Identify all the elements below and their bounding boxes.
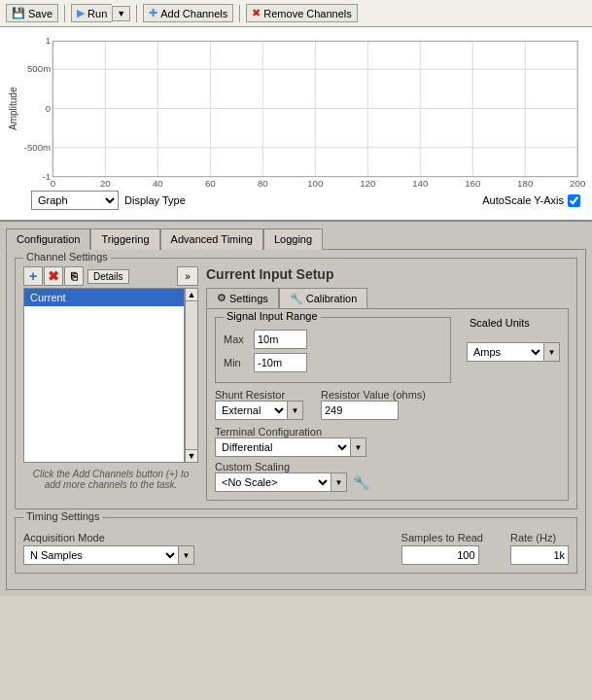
svg-text:60: 60 <box>205 178 216 187</box>
tab-advanced-timing[interactable]: Advanced Timing <box>160 228 263 250</box>
run-label: Run <box>87 8 107 19</box>
acquisition-mode-select-wrapper: N Samples Continuous Finite ▼ <box>23 545 194 565</box>
scroll-up-btn[interactable]: ▲ <box>185 288 198 301</box>
custom-scaling-select[interactable]: <No Scale> <box>215 472 331 492</box>
channel-settings-title: Channel Settings <box>23 251 111 262</box>
scroll-down-btn[interactable]: ▼ <box>185 449 198 463</box>
run-dropdown-arrow[interactable]: ▼ <box>112 6 130 21</box>
samples-to-read-input[interactable] <box>401 545 479 565</box>
add-icon: ✚ <box>149 7 157 19</box>
shunt-resistor-row: Shunt Resistor External Internal ▼ <box>215 389 560 420</box>
timing-settings-title: Timing Settings <box>23 510 102 522</box>
save-icon: 💾 <box>12 7 25 19</box>
scroll-track <box>185 301 198 449</box>
list-item[interactable]: Current <box>24 289 184 306</box>
channel-hint: Click the Add Channels button (+) to add… <box>23 469 198 490</box>
scaled-units-select[interactable]: Amps mAmps <box>467 342 544 362</box>
channel-list-panel: + ✖ ⎘ Details » Current ▲ <box>23 266 198 501</box>
calibration-icon: 🔧 <box>290 293 303 305</box>
display-type-label: Display Type <box>124 194 186 206</box>
shunt-label: Shunt Resistor <box>215 389 303 401</box>
terminal-config-label: Terminal Configuration <box>215 426 560 438</box>
svg-text:40: 40 <box>153 178 163 187</box>
svg-text:180: 180 <box>517 178 533 187</box>
resistor-label: Resistor Value (ohms) <box>321 389 426 401</box>
scaled-units-label: Scaled Units <box>467 317 560 329</box>
timing-row: Acquisition Mode N Samples Continuous Fi… <box>23 532 569 565</box>
custom-scaling-label: Custom Scaling <box>215 461 560 472</box>
scaled-units-arrow[interactable]: ▼ <box>544 342 560 362</box>
tab-configuration[interactable]: Configuration <box>6 228 90 250</box>
acquisition-mode-label: Acquisition Mode <box>23 532 194 543</box>
samples-to-read-label: Samples to Read <box>401 532 483 543</box>
acquisition-mode-select[interactable]: N Samples Continuous Finite <box>23 545 179 565</box>
signal-scaled-row: Signal Input Range Max Min <box>215 317 560 389</box>
toolbar: 💾 Save ▶ Run ▼ ✚ Add Channels ✖ Remove C… <box>0 0 592 27</box>
acquisition-mode-arrow[interactable]: ▼ <box>179 545 194 565</box>
min-row: Min <box>224 353 442 372</box>
shunt-arrow[interactable]: ▼ <box>288 401 303 420</box>
main-content: Configuration Triggering Advanced Timing… <box>0 222 592 596</box>
autoscale-label: AutoScale Y-Axis <box>482 194 564 206</box>
run-button[interactable]: ▶ Run <box>71 4 112 22</box>
custom-scaling-wrench-icon[interactable]: 🔧 <box>351 472 370 492</box>
add-channels-button[interactable]: ✚ Add Channels <box>143 4 233 22</box>
terminal-config-arrow[interactable]: ▼ <box>351 438 366 457</box>
svg-text:0: 0 <box>51 178 55 187</box>
list-scrollbar: ▲ ▼ <box>185 288 198 463</box>
channel-list[interactable]: Current <box>23 288 185 463</box>
channel-list-wrapper: Current ▲ ▼ <box>23 288 198 463</box>
save-button[interactable]: 💾 Save <box>6 4 58 22</box>
chart-bottom-bar: Graph Display Type AutoScale Y-Axis <box>4 189 588 212</box>
custom-scaling-arrow[interactable]: ▼ <box>331 472 347 492</box>
tab-logging[interactable]: Logging <box>263 228 323 250</box>
shunt-resistor-select[interactable]: External Internal <box>215 401 288 420</box>
svg-text:500m: 500m <box>27 64 51 75</box>
timing-settings-group: Timing Settings Acquisition Mode N Sampl… <box>15 517 577 574</box>
min-input[interactable] <box>254 353 307 372</box>
svg-text:100: 100 <box>307 178 323 187</box>
tab-triggering[interactable]: Triggering <box>90 228 159 250</box>
scaled-units-col: Scaled Units Amps mAmps ▼ <box>467 317 560 389</box>
add-channel-btn[interactable]: + <box>23 266 43 286</box>
add-channels-label: Add Channels <box>160 8 227 19</box>
copy-channel-btn[interactable]: ⎘ <box>64 266 84 286</box>
run-icon: ▶ <box>77 7 85 19</box>
channel-settings-inner: + ✖ ⎘ Details » Current ▲ <box>23 266 569 501</box>
samples-to-read-field: Samples to Read <box>401 532 483 565</box>
channel-settings-group: Channel Settings + ✖ ⎘ Details » Cur <box>15 258 577 509</box>
terminal-config-select[interactable]: Differential RSE NRSE <box>215 438 351 457</box>
rate-field: Rate (Hz) <box>510 532 569 565</box>
shunt-select-wrapper: External Internal ▼ <box>215 401 303 420</box>
rate-input[interactable] <box>510 545 569 565</box>
sub-tab-settings[interactable]: ⚙ Settings <box>206 288 279 308</box>
resistor-value-input[interactable] <box>321 401 399 420</box>
input-setup-title: Current Input Setup <box>206 266 569 282</box>
channel-toolbar: + ✖ ⎘ Details » <box>23 266 198 286</box>
chart-area: Amplitude 1 500m 0 -500m -1 <box>0 27 592 222</box>
remove-icon: ✖ <box>252 7 261 19</box>
remove-channels-button[interactable]: ✖ Remove Channels <box>246 4 358 22</box>
toolbar-separator-2 <box>136 5 137 22</box>
nav-forward-btn[interactable]: » <box>177 266 198 286</box>
svg-text:120: 120 <box>360 178 375 187</box>
remove-channel-btn[interactable]: ✖ <box>44 266 63 286</box>
resistor-value-group: Resistor Value (ohms) <box>321 389 426 420</box>
terminal-config-group: Terminal Configuration Differential RSE … <box>215 426 560 457</box>
input-setup-panel: Current Input Setup ⚙ Settings 🔧 Calibra… <box>206 266 569 501</box>
max-input[interactable] <box>254 330 307 349</box>
autoscale-checkbox[interactable] <box>568 194 580 207</box>
signal-range-title: Signal Input Range <box>224 310 321 322</box>
details-btn[interactable]: Details <box>87 269 129 284</box>
svg-text:-500m: -500m <box>24 142 52 153</box>
sub-tab-calibration[interactable]: 🔧 Calibration <box>279 288 368 308</box>
min-label: Min <box>224 357 248 368</box>
display-type-select[interactable]: Graph <box>31 191 119 210</box>
svg-text:20: 20 <box>100 178 111 187</box>
svg-text:80: 80 <box>258 178 268 187</box>
chart-svg: 1 500m 0 -500m -1 0 20 40 60 80 100 120 … <box>21 31 588 187</box>
svg-text:140: 140 <box>412 178 428 187</box>
save-label: Save <box>28 8 52 19</box>
svg-text:160: 160 <box>465 178 480 187</box>
shunt-resistor-group: Shunt Resistor External Internal ▼ <box>215 389 303 420</box>
